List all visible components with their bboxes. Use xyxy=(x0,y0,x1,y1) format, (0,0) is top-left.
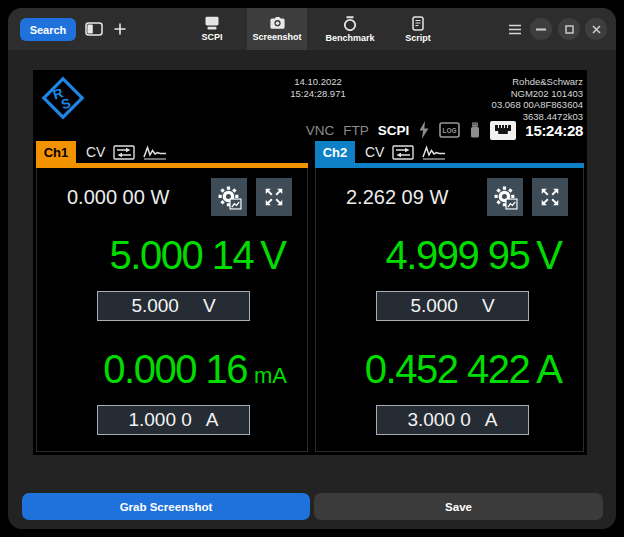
channel1-tabrow: Ch1 CV xyxy=(36,141,308,163)
log-icon: LOG xyxy=(439,122,460,138)
vset-value: 5.000 xyxy=(410,295,458,317)
expand-arrows-icon xyxy=(539,186,561,208)
tab-label: SCPI xyxy=(201,32,222,42)
instrument-info: Rohde&Schwarz NGM202 101403 03.068 00A8F… xyxy=(492,76,583,122)
maximize-button[interactable] xyxy=(558,18,580,40)
voltage-unit: V xyxy=(260,233,287,277)
transient-arrows-icon xyxy=(392,145,414,160)
new-tab-plus-icon[interactable] xyxy=(110,21,130,37)
channel2-current-reading: 0.452 422A xyxy=(316,346,563,392)
channel1-mode: CV xyxy=(86,141,167,163)
channel2-body: 2.262 09 W xyxy=(315,168,584,452)
usb-icon xyxy=(469,122,481,138)
voltage-value: 5.000 14 xyxy=(110,233,254,277)
iset-unit: A xyxy=(485,409,498,431)
tab-screenshot-active[interactable]: Screenshot xyxy=(247,8,307,50)
instrument-clock: 15:24:28 xyxy=(525,122,583,139)
iset-unit: A xyxy=(206,409,219,431)
stopwatch-icon xyxy=(342,16,358,31)
lightning-icon xyxy=(418,121,430,139)
tab-scpi[interactable]: SCPI xyxy=(184,8,240,50)
current-unit: mA xyxy=(254,363,287,388)
channel1-voltage-setpoint[interactable]: 5.000 V xyxy=(97,291,250,321)
waveform-icon xyxy=(143,145,167,160)
scpi-status: SCPI xyxy=(378,123,410,138)
channel1-current-setpoint[interactable]: 1.000 0 A xyxy=(97,405,250,435)
titlebar[interactable]: Search SCPI Screens xyxy=(8,8,616,50)
iset-value: 3.000 0 xyxy=(407,409,470,431)
transient-arrows-icon xyxy=(113,145,135,160)
minimize-button[interactable] xyxy=(530,18,552,40)
rohde-schwarz-logo-icon: R S xyxy=(39,74,87,122)
desktop-background: Search SCPI Screens xyxy=(0,0,624,537)
instrument-statusbar: VNC FTP SCPI LOG 15:24:28 xyxy=(306,119,583,141)
gear-chart-icon xyxy=(217,185,242,210)
svg-text:LOG: LOG xyxy=(443,127,457,134)
brand-line: Rohde&Schwarz xyxy=(492,76,583,88)
current-unit: A xyxy=(536,347,563,391)
instrument-screenshot: R S 14.10.2022 15:24:28.971 Rohde&Schwar… xyxy=(33,70,587,455)
expand-arrows-icon xyxy=(263,186,285,208)
channel2-panel: Ch2 CV 2.262 09 W xyxy=(315,141,584,452)
channel1-panel: Ch1 CV 0.000 00 W xyxy=(36,141,308,452)
tab-label: Benchmark xyxy=(325,33,374,43)
model-line: NGM202 101403 xyxy=(492,88,583,100)
current-value: 0.452 422 xyxy=(365,347,529,391)
channel1-current-reading: 0.000 16mA xyxy=(37,346,287,399)
mode-label: CV xyxy=(86,144,105,160)
channel2-tabrow: Ch2 CV xyxy=(315,141,584,163)
channel1-voltage-reading: 5.000 14V xyxy=(37,232,287,278)
voltage-value: 4.999 95 xyxy=(386,233,530,277)
svg-text:S: S xyxy=(59,95,72,112)
current-value: 0.000 16 xyxy=(103,347,247,391)
mode-label: CV xyxy=(365,144,384,160)
search-button[interactable]: Search xyxy=(20,18,76,41)
channel1-power-reading: 0.000 00 W xyxy=(67,186,169,209)
save-button[interactable]: Save xyxy=(314,493,603,520)
serial-line: 03.068 00A8F863604 xyxy=(492,99,583,111)
channel2-power-reading: 2.262 09 W xyxy=(346,186,448,209)
vset-unit: V xyxy=(482,295,495,317)
ftp-status: FTP xyxy=(343,123,369,138)
instrument-datetime: 14.10.2022 15:24:28.971 xyxy=(243,76,393,100)
vset-unit: V xyxy=(203,295,216,317)
channel2-tab[interactable]: Ch2 xyxy=(315,141,355,163)
tab-label: Screenshot xyxy=(252,32,301,42)
script-icon xyxy=(412,16,424,31)
channel2-settings-button[interactable] xyxy=(487,178,523,216)
channel2-fullscreen-button[interactable] xyxy=(532,178,568,216)
channel2-current-setpoint[interactable]: 3.000 0 A xyxy=(376,405,529,435)
grab-screenshot-button[interactable]: Grab Screenshot xyxy=(22,493,310,520)
channel1-settings-button[interactable] xyxy=(211,178,247,216)
gear-chart-icon xyxy=(493,185,518,210)
terminal-icon xyxy=(203,16,221,30)
channel2-voltage-reading: 4.999 95V xyxy=(316,232,563,278)
instrument-time-ms: 15:24:28.971 xyxy=(243,88,393,100)
channel1-fullscreen-button[interactable] xyxy=(256,178,292,216)
lan-icon xyxy=(490,121,516,140)
channel1-tab[interactable]: Ch1 xyxy=(36,141,76,163)
vset-value: 5.000 xyxy=(131,295,179,317)
waveform-icon xyxy=(422,145,446,160)
channel1-body: 0.000 00 W xyxy=(36,168,308,452)
vnc-status: VNC xyxy=(306,123,335,138)
channel2-voltage-setpoint[interactable]: 5.000 V xyxy=(376,291,529,321)
voltage-unit: V xyxy=(536,233,563,277)
tab-script[interactable]: Script xyxy=(390,8,446,50)
channel2-mode: CV xyxy=(365,141,446,163)
app-window: Search SCPI Screens xyxy=(8,8,616,529)
tab-benchmark[interactable]: Benchmark xyxy=(318,8,382,50)
hamburger-menu-icon[interactable] xyxy=(504,18,526,40)
iset-value: 1.000 0 xyxy=(128,409,191,431)
instrument-date: 14.10.2022 xyxy=(243,76,393,88)
tab-label: Script xyxy=(405,33,431,43)
camera-icon xyxy=(269,16,286,30)
sidebar-toggle-icon[interactable] xyxy=(84,21,104,37)
close-button[interactable] xyxy=(585,18,607,40)
